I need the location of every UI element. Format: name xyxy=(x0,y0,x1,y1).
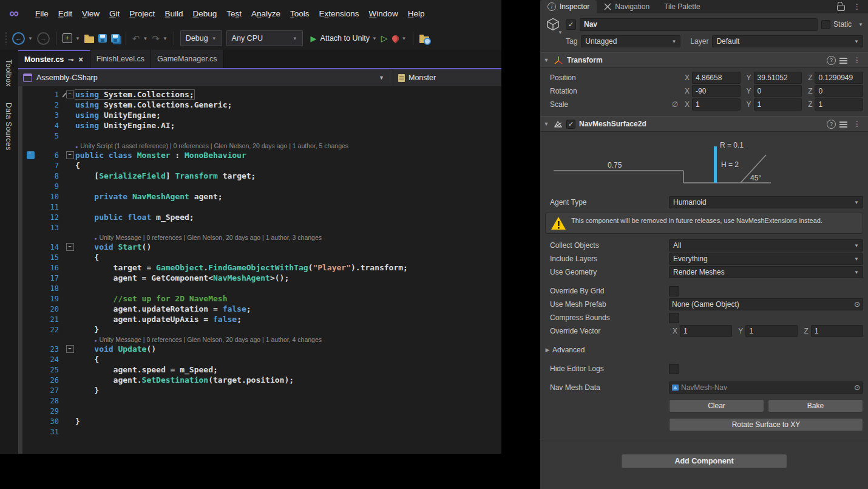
transform-position-z-field[interactable]: 0.1290949 xyxy=(815,72,863,84)
fold-collapse-icon[interactable]: − xyxy=(66,91,74,98)
document-tab-monster-cs[interactable]: Monster.cs⊸✕ xyxy=(18,50,90,68)
menu-item-project[interactable]: Project xyxy=(124,7,160,20)
solution-config-dropdown[interactable]: Debug ▼ xyxy=(180,30,222,46)
inspector-tab-inspector[interactable]: iInspector xyxy=(540,0,597,13)
menu-item-git[interactable]: Git xyxy=(104,7,124,20)
dropdown-use-geometry[interactable]: Render Meshes▼ xyxy=(669,266,863,278)
new-project-button[interactable]: + xyxy=(63,33,72,43)
start-without-debugging-button[interactable]: ▷ xyxy=(381,33,388,43)
inspector-tab-navigation[interactable]: Navigation xyxy=(597,0,657,13)
menu-item-window[interactable]: Window xyxy=(364,7,403,20)
kebab-menu-icon[interactable]: ⋮ xyxy=(851,120,863,128)
navigate-back-dropdown-icon[interactable]: ▼ xyxy=(28,36,33,41)
navmesh-header[interactable]: ▼ ✓ NavMeshSurface2d ? ⋮ xyxy=(540,116,868,132)
navigate-back-button[interactable]: ← xyxy=(12,32,25,45)
save-button[interactable] xyxy=(98,34,107,43)
tag-dropdown[interactable]: Untagged ▼ xyxy=(581,35,680,47)
editor-splitter[interactable] xyxy=(18,86,22,454)
rotate-surface-button[interactable]: Rotate Surface to XY xyxy=(669,418,863,431)
undo-button[interactable]: ↶ xyxy=(132,34,140,43)
gameobject-name-field[interactable]: Nav xyxy=(580,18,818,31)
transform-rotation-z-field[interactable]: 0 xyxy=(815,85,863,97)
foldout-icon[interactable]: ▼ xyxy=(543,57,550,63)
open-file-button[interactable] xyxy=(84,36,94,43)
gameobject-active-checkbox[interactable]: ✓ xyxy=(566,19,576,30)
override-vector-z-field[interactable]: 1 xyxy=(811,325,863,337)
transform-position-y-field[interactable]: 39.51052 xyxy=(754,72,802,84)
fold-collapse-icon[interactable]: − xyxy=(66,151,74,159)
close-icon[interactable]: ✕ xyxy=(78,56,84,64)
kebab-menu-icon[interactable]: ⋮ xyxy=(851,2,863,11)
inspector-tab-tile-palette[interactable]: Tile Palette xyxy=(657,0,708,13)
document-tab-finishlevel-cs[interactable]: FinishLevel.cs xyxy=(90,50,151,68)
bake-button[interactable]: Bake xyxy=(768,399,863,412)
dropdown-collect-objects[interactable]: All▼ xyxy=(669,239,863,251)
menu-item-extensions[interactable]: Extensions xyxy=(314,7,364,20)
checkbox-override-by-grid[interactable] xyxy=(669,286,679,296)
side-tab-data-sources[interactable]: Data Sources xyxy=(4,97,13,157)
transform-scale-y-field[interactable]: 1 xyxy=(754,98,802,111)
toolbar-drag-handle-icon[interactable] xyxy=(5,32,8,45)
breakpoint-margin[interactable] xyxy=(22,151,38,159)
transform-rotation-y-field[interactable]: 0 xyxy=(754,85,802,97)
pin-icon[interactable]: ⊸ xyxy=(68,56,73,64)
clear-button[interactable]: Clear xyxy=(669,399,764,412)
menu-item-file[interactable]: File xyxy=(30,7,53,20)
redo-button[interactable]: ↷ xyxy=(152,34,160,43)
platform-dropdown[interactable]: Any CPU ▼ xyxy=(226,30,303,46)
checkbox-compress-bounds[interactable] xyxy=(669,313,679,323)
undo-dropdown-icon[interactable]: ▼ xyxy=(143,36,147,41)
transform-scale-x-field[interactable]: 1 xyxy=(692,98,741,111)
fold-collapse-icon[interactable]: − xyxy=(66,243,74,251)
hot-reload-dropdown-icon[interactable]: ▼ xyxy=(402,36,407,41)
foldout-icon[interactable]: ▼ xyxy=(543,121,550,127)
foldout-icon[interactable]: ▶ xyxy=(543,347,552,353)
override-vector-y-field[interactable]: 1 xyxy=(745,325,798,337)
navigate-forward-button[interactable]: → xyxy=(37,32,50,45)
save-all-button[interactable] xyxy=(111,34,120,43)
dropdown-include-layers[interactable]: Everything▼ xyxy=(669,253,863,265)
layer-dropdown[interactable]: Default ▼ xyxy=(712,35,863,47)
help-icon[interactable]: ? xyxy=(827,56,836,65)
object-field-use-mesh-prefab[interactable]: None (Game Object)⊙ xyxy=(669,298,863,310)
unlink-icon[interactable]: ∅ xyxy=(669,100,681,109)
fold-collapse-icon[interactable]: − xyxy=(66,345,74,353)
menu-item-test[interactable]: Test xyxy=(222,7,246,20)
codelens-text[interactable]: ●Unity Script (1 asset reference) | 0 re… xyxy=(75,142,348,149)
menu-item-edit[interactable]: Edit xyxy=(53,7,77,20)
codelens-text[interactable]: ●Unity Message | 0 references | Glen Nel… xyxy=(75,336,322,343)
type-dropdown[interactable]: Monster xyxy=(393,69,501,86)
kebab-menu-icon[interactable]: ⋮ xyxy=(851,56,863,64)
document-tab-gamemanager-cs[interactable]: GameManager.cs xyxy=(151,50,224,68)
agent-type-dropdown[interactable]: Humanoid ▼ xyxy=(669,196,863,208)
unlock-icon[interactable] xyxy=(837,5,845,11)
menu-item-debug[interactable]: Debug xyxy=(188,7,222,20)
codelens-text[interactable]: ●Unity Message | 0 references | Glen Nel… xyxy=(75,234,322,241)
static-dropdown-icon[interactable]: ▼ xyxy=(858,22,863,27)
presets-icon[interactable] xyxy=(839,57,847,64)
transform-rotation-x-field[interactable]: -90 xyxy=(692,85,741,97)
object-field-nav-mesh-data[interactable]: NavMesh-Nav⊙ xyxy=(669,381,863,394)
object-picker-icon[interactable]: ⊙ xyxy=(854,300,860,309)
transform-scale-z-field[interactable]: 1 xyxy=(815,98,863,111)
menu-item-tools[interactable]: Tools xyxy=(285,7,314,20)
add-component-button[interactable]: Add Component xyxy=(621,454,787,468)
transform-position-x-field[interactable]: 4.86658 xyxy=(692,72,741,84)
menu-item-build[interactable]: Build xyxy=(160,7,188,20)
new-project-dropdown-icon[interactable]: ▼ xyxy=(75,36,80,41)
hot-reload-button[interactable] xyxy=(390,33,400,43)
menu-item-view[interactable]: View xyxy=(77,7,104,20)
object-picker-icon[interactable]: ⊙ xyxy=(854,383,860,392)
code-editor[interactable]: 1−using System.Collections;2using System… xyxy=(18,86,501,454)
redo-dropdown-icon[interactable]: ▼ xyxy=(163,36,168,41)
menu-item-analyze[interactable]: Analyze xyxy=(246,7,285,20)
find-in-files-button[interactable] xyxy=(419,36,429,43)
static-checkbox[interactable] xyxy=(821,20,830,29)
gameobject-cube-icon[interactable]: ▼ xyxy=(544,17,562,32)
project-dropdown[interactable]: Assembly-CSharp ▼ xyxy=(18,74,393,82)
component-enabled-checkbox[interactable]: ✓ xyxy=(566,120,575,129)
override-vector-x-field[interactable]: 1 xyxy=(680,325,732,337)
checkbox-hide-editor-logs[interactable] xyxy=(669,364,679,374)
transform-header[interactable]: ▼ Transform ? ⋮ xyxy=(540,52,868,68)
attach-to-unity-button[interactable]: ▶ Attach to Unity ▼ xyxy=(307,34,377,43)
